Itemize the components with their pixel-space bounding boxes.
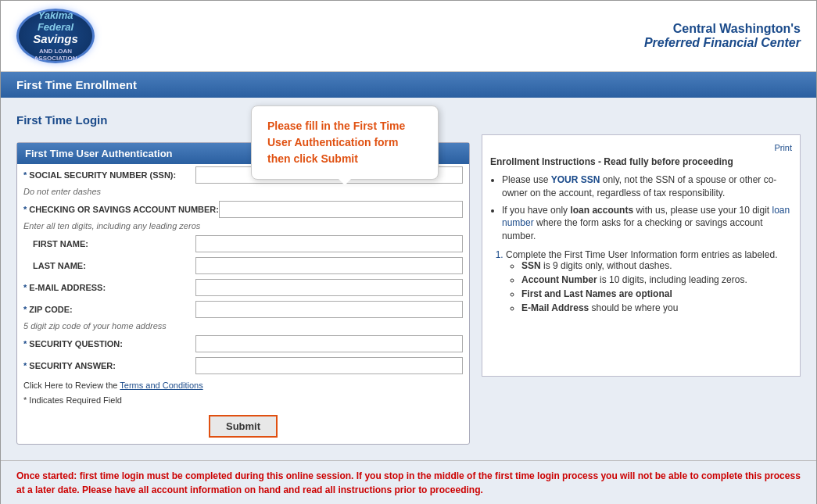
header-tagline: Central Washington's Preferred Financial… (644, 22, 801, 50)
ssn-label: * SOCIAL SECURITY NUMBER (SSN): (23, 170, 195, 180)
instructions-ol: Complete the First Time User Information… (490, 249, 792, 313)
logo-text-sub: AND LOAN ASSOCIATION (23, 48, 88, 62)
content-wrapper: First Time User Authentication * SOCIAL … (16, 134, 801, 445)
submit-button[interactable]: Submit (209, 415, 278, 438)
zip-row: * ZIP CODE: (17, 298, 469, 320)
secq-row: * SECURITY QUESTION: (17, 333, 469, 355)
account-hint: Enter all ten digits, including any lead… (17, 220, 469, 233)
terms-link[interactable]: Terms and Conditions (120, 381, 202, 390)
print-link[interactable]: Print (490, 143, 792, 152)
lastname-input[interactable] (195, 257, 463, 274)
instruction-bullet-1: Please use YOUR SSN only, not the SSN of… (502, 173, 792, 200)
sub-names: First and Last Names are optional (521, 288, 792, 299)
email-row: * E-MAIL ADDRESS: (17, 277, 469, 298)
zip-input[interactable] (195, 301, 463, 318)
account-label: * CHECKING OR SAVINGS ACCOUNT NUMBER: (23, 205, 219, 214)
seca-label: * SECURITY ANSWER: (23, 361, 195, 370)
sub-ssn: SSN is 9 digits only, without dashes. (521, 260, 792, 271)
warning-text: Once started: first time login must be c… (16, 470, 801, 495)
lastname-row: LAST NAME: (17, 255, 469, 277)
seca-row: * SECURITY ANSWER: (17, 355, 469, 377)
logo: Yakima FederalSavings AND LOAN ASSOCIATI… (16, 9, 95, 63)
warning-footer: Once started: first time login must be c… (1, 460, 816, 504)
account-row: * CHECKING OR SAVINGS ACCOUNT NUMBER: (17, 198, 469, 220)
logo-area: Yakima FederalSavings AND LOAN ASSOCIATI… (16, 9, 95, 63)
firstname-row: FIRST NAME: (17, 233, 469, 255)
page-title: First Time Enrollment (16, 78, 137, 91)
secq-input[interactable] (195, 335, 463, 352)
sub-instructions: SSN is 9 digits only, without dashes. Ac… (506, 260, 792, 313)
tagline-line1: Central Washington's (644, 22, 801, 36)
email-input[interactable] (195, 279, 463, 296)
sub-account: Account Number is 10 digits, including l… (521, 274, 792, 285)
instruction-bullet-2: If you have only loan accounts with us, … (502, 204, 792, 243)
form-section: First Time User Authentication * SOCIAL … (16, 142, 470, 445)
tagline-line2: Preferred Financial Center (644, 36, 801, 50)
required-note: * Indicates Required Field (17, 394, 469, 409)
instruction-step-1: Complete the First Time User Information… (506, 249, 792, 313)
firstname-input[interactable] (195, 235, 463, 252)
tooltip-text: Please fill in the First Time User Authe… (267, 120, 405, 165)
page-title-bar: First Time Enrollment (1, 72, 816, 98)
submit-row: Submit (17, 409, 469, 444)
left-panel: First Time User Authentication * SOCIAL … (16, 134, 470, 445)
right-panel: Print Enrollment Instructions - Read ful… (482, 134, 801, 377)
zip-hint: 5 digit zip code of your home address (17, 320, 469, 333)
main-content: Please fill in the First Time User Authe… (1, 98, 816, 460)
instructions-title: Enrollment Instructions - Read fully bef… (490, 156, 792, 167)
terms-row: Click Here to Review the Terms and Condi… (17, 377, 469, 394)
secq-label: * SECURITY QUESTION: (23, 339, 195, 349)
ssn-hint: Do not enter dashes (17, 186, 469, 198)
logo-text-main: Yakima FederalSavings (23, 10, 88, 45)
terms-prefix: Click Here to Review the (23, 381, 120, 390)
firstname-label: FIRST NAME: (23, 239, 195, 248)
instructions-list: Please use YOUR SSN only, not the SSN of… (490, 173, 792, 243)
tooltip-popup: Please fill in the First Time User Authe… (251, 105, 439, 180)
email-label: * E-MAIL ADDRESS: (23, 283, 195, 292)
header: Yakima FederalSavings AND LOAN ASSOCIATI… (1, 1, 816, 72)
lastname-label: LAST NAME: (23, 261, 195, 270)
account-input[interactable] (219, 201, 463, 218)
seca-input[interactable] (195, 357, 463, 374)
sub-email: E-Mail Address should be where you (521, 302, 792, 313)
zip-label: * ZIP CODE: (23, 305, 195, 314)
